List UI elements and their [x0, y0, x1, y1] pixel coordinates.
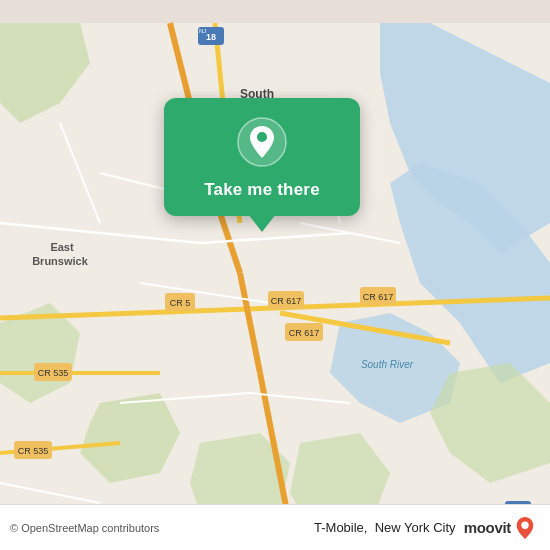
svg-text:18: 18: [206, 32, 216, 42]
svg-text:CR 535: CR 535: [38, 368, 69, 378]
moovit-text: moovit: [464, 519, 511, 536]
svg-text:CR 5: CR 5: [170, 298, 191, 308]
moovit-logo: moovit: [464, 516, 536, 540]
map-container: 18 NJ CR 5 CR 617 CR 617 CR 617 CR 535 C…: [0, 0, 550, 550]
svg-text:South River: South River: [361, 359, 414, 370]
svg-text:CR 617: CR 617: [289, 328, 320, 338]
location-name: T-Mobile, New York City: [314, 520, 456, 535]
bottom-bar: © OpenStreetMap contributors T-Mobile, N…: [0, 504, 550, 550]
svg-text:CR 617: CR 617: [363, 292, 394, 302]
bottom-info: T-Mobile, New York City moovit: [314, 516, 536, 540]
popup-card: Take me there: [164, 98, 360, 216]
svg-text:CR 535: CR 535: [18, 446, 49, 456]
svg-point-55: [257, 132, 267, 142]
map-background: 18 NJ CR 5 CR 617 CR 617 CR 617 CR 535 C…: [0, 0, 550, 550]
attribution: © OpenStreetMap contributors: [10, 522, 159, 534]
take-me-there-button[interactable]: Take me there: [204, 178, 320, 202]
moovit-pin-icon: [514, 516, 536, 540]
location-pin-icon: [236, 116, 288, 168]
svg-text:CR 617: CR 617: [271, 296, 302, 306]
svg-text:NJ: NJ: [199, 28, 206, 34]
svg-point-56: [521, 521, 528, 528]
svg-text:East: East: [50, 241, 74, 253]
svg-text:Brunswick: Brunswick: [32, 255, 89, 267]
